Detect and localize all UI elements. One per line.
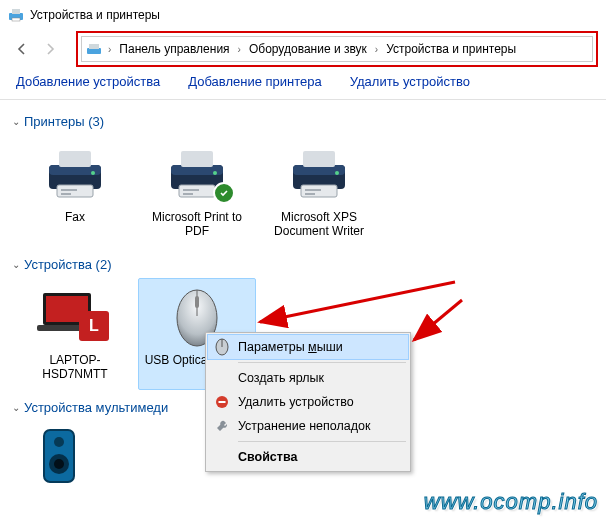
svg-rect-4 — [89, 44, 99, 49]
device-ms-xps-writer[interactable]: Microsoft XPS Document Writer — [260, 135, 378, 247]
menu-remove-device[interactable]: Удалить устройство — [208, 390, 408, 414]
group-header-printers[interactable]: ⌄ Принтеры (3) — [8, 108, 598, 131]
printers-row: Fax Microsoft Print to PDF — [8, 131, 598, 251]
chevron-right-icon: › — [236, 44, 243, 55]
speaker-icon — [19, 428, 99, 484]
menu-label: Устранение неполадок — [238, 419, 400, 433]
remove-device-link[interactable]: Удалить устройство — [350, 74, 470, 89]
device-label: LAPTOP-HSD7NMTT — [19, 349, 131, 381]
device-multimedia-item[interactable] — [16, 421, 102, 493]
device-label: Microsoft Print to PDF — [141, 206, 253, 238]
breadcrumb[interactable]: › Панель управления › Оборудование и зву… — [81, 36, 593, 62]
svg-rect-23 — [305, 189, 321, 191]
svg-rect-16 — [183, 189, 199, 191]
svg-rect-7 — [59, 151, 91, 167]
chevron-right-icon: › — [373, 44, 380, 55]
menu-mouse-settings[interactable]: Параметры мыши — [207, 334, 409, 360]
group-title: Устройства мультимеди — [24, 400, 168, 415]
back-button[interactable] — [8, 35, 36, 63]
device-label: Fax — [19, 206, 131, 224]
svg-rect-21 — [303, 151, 335, 167]
device-laptop[interactable]: L LAPTOP-HSD7NMTT — [16, 278, 134, 390]
menu-label: Создать ярлык — [238, 371, 400, 385]
group-title: Принтеры (3) — [24, 114, 104, 129]
default-check-icon — [213, 182, 235, 204]
nav-row: › Панель управления › Оборудование и зву… — [0, 30, 606, 68]
mouse-small-icon — [212, 337, 232, 357]
svg-point-25 — [335, 171, 339, 175]
menu-separator — [238, 441, 406, 442]
svg-point-11 — [91, 171, 95, 175]
menu-label: Параметры мыши — [238, 340, 400, 354]
wrench-icon — [212, 416, 232, 436]
laptop-icon: L — [19, 285, 131, 349]
watermark: www.ocomp.info — [424, 489, 598, 515]
window-title: Устройства и принтеры — [30, 8, 160, 22]
svg-rect-17 — [183, 193, 193, 195]
chevron-down-icon: ⌄ — [12, 259, 20, 270]
svg-rect-32 — [195, 296, 199, 308]
chevron-right-icon: › — [106, 44, 113, 55]
add-device-link[interactable]: Добавление устройства — [16, 74, 160, 89]
svg-rect-2 — [12, 18, 20, 21]
printer-icon — [263, 142, 375, 206]
control-panel-icon — [86, 41, 102, 57]
devices-printers-icon — [8, 7, 24, 23]
forward-button[interactable] — [36, 35, 64, 63]
window-titlebar: Устройства и принтеры — [0, 0, 606, 30]
chevron-down-icon: ⌄ — [12, 116, 20, 127]
menu-separator — [238, 362, 406, 363]
svg-rect-9 — [61, 189, 77, 191]
svg-rect-24 — [305, 193, 315, 195]
group-title: Устройства (2) — [24, 257, 112, 272]
printer-icon — [141, 142, 253, 206]
chevron-down-icon: ⌄ — [12, 402, 20, 413]
svg-text:L: L — [89, 317, 99, 334]
printer-icon — [19, 142, 131, 206]
device-label: Microsoft XPS Document Writer — [263, 206, 375, 238]
context-menu: Параметры мыши Создать ярлык Удалить уст… — [205, 332, 411, 472]
svg-rect-40 — [219, 401, 226, 403]
svg-rect-14 — [181, 151, 213, 167]
svg-point-18 — [213, 171, 217, 175]
svg-rect-1 — [12, 9, 20, 14]
command-bar: Добавление устройства Добавление принтер… — [0, 68, 606, 100]
breadcrumb-highlight-box: › Панель управления › Оборудование и зву… — [76, 31, 598, 67]
menu-label: Удалить устройство — [238, 395, 400, 409]
menu-troubleshoot[interactable]: Устранение неполадок — [208, 414, 408, 438]
svg-point-37 — [54, 437, 64, 447]
breadcrumb-seg-0[interactable]: Панель управления — [117, 42, 231, 56]
breadcrumb-seg-1[interactable]: Оборудование и звук — [247, 42, 369, 56]
svg-rect-10 — [61, 193, 71, 195]
menu-label: Свойства — [238, 450, 400, 464]
menu-properties[interactable]: Свойства — [208, 445, 408, 469]
device-fax[interactable]: Fax — [16, 135, 134, 247]
delete-icon — [212, 392, 232, 412]
svg-point-36 — [54, 459, 64, 469]
add-printer-link[interactable]: Добавление принтера — [188, 74, 321, 89]
group-header-devices[interactable]: ⌄ Устройства (2) — [8, 251, 598, 274]
device-ms-print-to-pdf[interactable]: Microsoft Print to PDF — [138, 135, 256, 247]
menu-create-shortcut[interactable]: Создать ярлык — [208, 366, 408, 390]
breadcrumb-seg-2[interactable]: Устройства и принтеры — [384, 42, 518, 56]
